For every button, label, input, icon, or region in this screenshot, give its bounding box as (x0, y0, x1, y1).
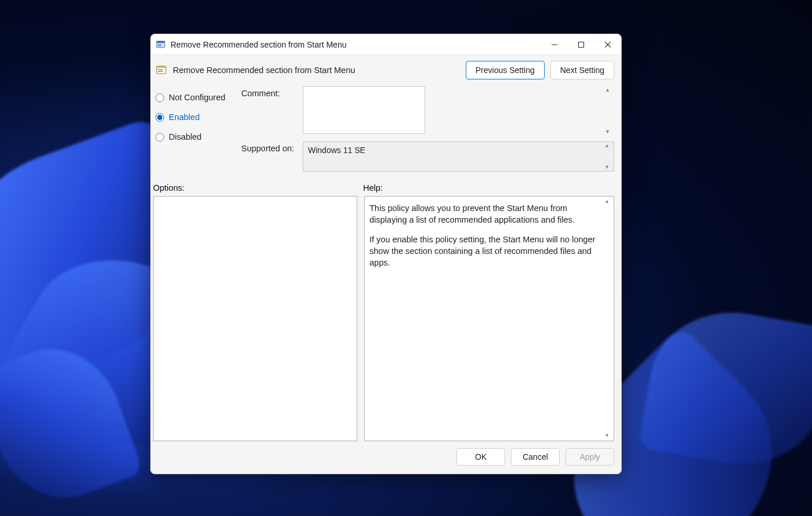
svg-rect-3 (158, 45, 161, 46)
options-section-label: Options: (153, 183, 363, 192)
close-button[interactable] (594, 34, 621, 54)
scroll-up-icon[interactable]: ▲ (604, 199, 612, 204)
supported-on-box: Windows 11 SE ▲ ▼ (303, 141, 614, 172)
supported-on-label: Supported on: (241, 141, 299, 153)
radio-enabled-input[interactable] (155, 113, 164, 122)
help-paragraph: If you enable this policy setting, the S… (369, 234, 601, 268)
radio-disabled-input[interactable] (155, 133, 164, 141)
next-setting-button[interactable]: Next Setting (550, 61, 614, 79)
comment-textarea[interactable] (303, 86, 425, 134)
cancel-button[interactable]: Cancel (511, 448, 560, 466)
scroll-down-icon[interactable]: ▼ (605, 129, 613, 135)
help-scroll: ▲ ▼ (604, 199, 612, 438)
app-icon (156, 40, 165, 49)
subheader: Remove Recommended section from Start Me… (151, 55, 621, 86)
dialog-footer: OK Cancel Apply (151, 441, 621, 474)
ok-button[interactable]: OK (456, 448, 505, 466)
help-pane: This policy allows you to prevent the St… (364, 196, 614, 441)
radio-disabled[interactable]: Disabled (155, 127, 237, 147)
supported-scroll: ▲ ▼ (604, 143, 612, 170)
comment-scroll: ▲ ▼ (605, 88, 613, 135)
radio-disabled-label: Disabled (169, 132, 201, 141)
comment-label: Comment: (241, 86, 299, 98)
policy-title: Remove Recommended section from Start Me… (173, 66, 355, 75)
scroll-down-icon[interactable]: ▼ (604, 433, 612, 438)
svg-rect-5 (579, 42, 584, 47)
svg-rect-11 (158, 71, 163, 72)
svg-rect-9 (157, 66, 166, 68)
titlebar[interactable]: Remove Recommended section from Start Me… (151, 34, 621, 55)
scroll-down-icon[interactable]: ▼ (604, 165, 612, 170)
scroll-up-icon[interactable]: ▲ (605, 88, 613, 93)
supported-on-value: Windows 11 SE (308, 146, 365, 155)
help-paragraph: This policy allows you to prevent the St… (369, 202, 601, 226)
svg-rect-10 (158, 70, 163, 70)
wallpaper-petal (638, 299, 812, 478)
radio-enabled-label: Enabled (169, 112, 200, 122)
svg-rect-1 (157, 41, 165, 43)
radio-enabled[interactable]: Enabled (155, 107, 237, 127)
maximize-button[interactable] (568, 34, 594, 54)
policy-icon (155, 64, 167, 76)
help-section-label: Help: (363, 183, 383, 192)
svg-rect-2 (158, 44, 161, 45)
previous-setting-button[interactable]: Previous Setting (466, 61, 545, 79)
apply-button[interactable]: Apply (566, 448, 614, 466)
radio-not-configured-input[interactable] (155, 93, 164, 102)
minimize-button[interactable] (541, 34, 568, 54)
window-title: Remove Recommended section from Start Me… (171, 40, 346, 49)
radio-not-configured[interactable]: Not Configured (155, 88, 237, 107)
options-pane (153, 196, 357, 441)
scroll-up-icon[interactable]: ▲ (604, 143, 612, 148)
radio-not-configured-label: Not Configured (169, 93, 226, 102)
state-radio-group: Not Configured Enabled Disabled (155, 86, 237, 172)
policy-dialog-window: Remove Recommended section from Start Me… (150, 34, 622, 474)
